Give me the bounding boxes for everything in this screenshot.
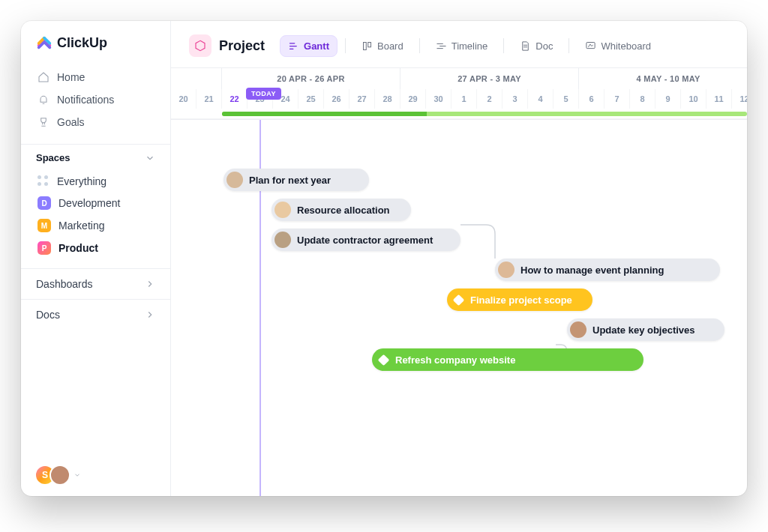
progress-strip: TODAY: [171, 109, 747, 119]
home-icon: [38, 71, 50, 83]
milestone-icon: [453, 294, 465, 306]
task-resource-allocation[interactable]: Resource allocation: [272, 199, 411, 221]
space-badge: P: [38, 241, 51, 255]
spaces-header[interactable]: Spaces: [21, 144, 170, 168]
gantt-area[interactable]: Plan for next year Resource allocation U…: [171, 120, 747, 496]
nav-home[interactable]: Home: [34, 66, 157, 88]
day-cell: 20: [171, 89, 196, 109]
day-cell: 27: [350, 89, 375, 109]
sidebar-dashboards[interactable]: Dashboards: [21, 268, 170, 299]
view-tab-gantt[interactable]: Gantt: [280, 35, 338, 57]
nav-notifications[interactable]: Notifications: [34, 88, 157, 111]
nav-goals[interactable]: Goals: [34, 111, 157, 133]
space-badge: D: [38, 196, 51, 210]
avatar: [498, 262, 514, 278]
sidebar-row-label: Docs: [36, 309, 60, 321]
whiteboard-icon: [585, 40, 596, 52]
sidebar-docs[interactable]: Docs: [21, 299, 170, 330]
separator: [568, 38, 569, 53]
range-cell: 27 APR - 3 MAY: [400, 68, 579, 89]
app-window: ClickUp Home Notifications Goals Spaces: [21, 21, 747, 496]
topbar: Project Gantt Board Timeline: [171, 21, 747, 67]
day-cell: 5: [554, 89, 579, 109]
view-tab-doc[interactable]: Doc: [512, 35, 561, 57]
logo-text: ClickUp: [57, 35, 107, 51]
bell-icon: [38, 94, 50, 106]
progress-done: [222, 112, 427, 116]
task-update-contractor-agreement[interactable]: Update contractor agreement: [272, 229, 460, 251]
day-cell: 29: [400, 89, 426, 109]
day-cell: 12: [732, 89, 747, 109]
chevron-right-icon: [145, 279, 155, 289]
task-row: Finalize project scope: [171, 285, 747, 315]
separator: [345, 38, 346, 53]
task-refresh-website[interactable]: Refresh company website: [372, 348, 644, 371]
avatar: [570, 321, 586, 338]
day-cell: 28: [375, 89, 400, 109]
task-finalize-scope[interactable]: Finalize project scope: [447, 288, 592, 311]
spaces-header-label: Spaces: [36, 152, 70, 163]
task-row: Plan for next year: [171, 165, 747, 195]
nav-label: Home: [57, 71, 85, 83]
task-update-objectives[interactable]: Update key objectives: [567, 318, 724, 341]
board-icon: [362, 40, 373, 52]
caret-down-icon: [74, 471, 81, 479]
main: Project Gantt Board Timeline: [171, 21, 747, 496]
day-cell: 11: [706, 89, 732, 109]
view-tabs: Gantt Board Timeline Doc: [280, 35, 659, 57]
timeline-ranges: 20 APR - 26 APR 27 APR - 3 MAY 4 MAY - 1…: [171, 68, 747, 89]
task-label: Update key objectives: [592, 324, 695, 336]
task-plan-for-next-year[interactable]: Plan for next year: [224, 169, 369, 191]
task-label: How to manage event planning: [520, 265, 664, 276]
day-cell: 8: [630, 89, 656, 109]
day-cell: 26: [324, 89, 350, 109]
avatar: [274, 232, 291, 248]
view-tab-timeline[interactable]: Timeline: [428, 35, 496, 57]
logo: ClickUp: [21, 34, 170, 61]
day-cell: 9: [656, 89, 681, 109]
space-item-everything[interactable]: Everything: [34, 171, 157, 192]
task-row: How to manage event planning: [171, 255, 747, 285]
today-pill: TODAY: [246, 88, 281, 100]
day-cell: 10: [681, 89, 706, 109]
range-cell: 4 MAY - 10 MAY: [579, 68, 747, 89]
space-label: Marketing: [58, 220, 104, 232]
presence[interactable]: S: [34, 465, 81, 486]
task-row: Update contractor agreement: [171, 225, 747, 255]
task-label: Finalize project scope: [470, 294, 572, 306]
timeline-header: 20 APR - 26 APR 27 APR - 3 MAY 4 MAY - 1…: [171, 67, 747, 120]
task-label: Refresh company website: [395, 354, 515, 366]
view-tab-label: Timeline: [452, 40, 488, 52]
task-row: Update key objectives: [171, 315, 747, 345]
task-manage-event-planning[interactable]: How to manage event planning: [495, 259, 720, 281]
view-tab-whiteboard[interactable]: Whiteboard: [577, 35, 658, 57]
space-item-product[interactable]: P Product: [34, 237, 157, 259]
sidebar: ClickUp Home Notifications Goals Spaces: [21, 21, 171, 496]
day-cell: 7: [604, 89, 630, 109]
day-cell: 4: [528, 89, 554, 109]
space-item-marketing[interactable]: M Marketing: [34, 214, 157, 237]
svg-rect-0: [363, 42, 366, 49]
separator: [419, 38, 420, 53]
view-tab-board[interactable]: Board: [353, 35, 412, 57]
task-row: Refresh company website: [171, 345, 747, 375]
spaces-list: Everything D Development M Marketing P P…: [21, 168, 170, 268]
doc-icon: [520, 40, 531, 52]
day-cell: 2: [477, 89, 502, 109]
task-label: Plan for next year: [249, 175, 331, 186]
space-label: Everything: [57, 175, 106, 187]
space-badge: M: [38, 219, 51, 232]
progress-bar: [222, 112, 747, 116]
svg-rect-1: [368, 42, 371, 46]
space-item-development[interactable]: D Development: [34, 192, 157, 214]
day-cell: 25: [298, 89, 324, 109]
project-icon: [189, 34, 212, 57]
avatar: [274, 202, 291, 218]
day-cell: 22: [222, 89, 248, 109]
space-label: Product: [58, 242, 98, 254]
space-label: Development: [58, 197, 121, 209]
nav-label: Goals: [57, 116, 85, 128]
milestone-icon: [378, 354, 390, 366]
day-cell: 1: [452, 89, 477, 109]
title-chip[interactable]: Project: [186, 31, 272, 60]
